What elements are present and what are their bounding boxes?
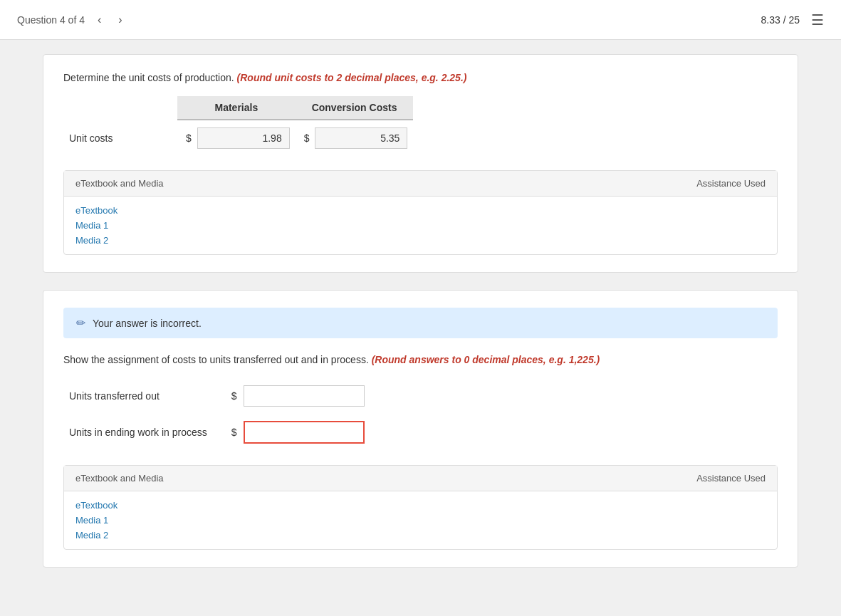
- conversion-header: Conversion Costs: [296, 96, 414, 120]
- unit-costs-label: Unit costs: [63, 120, 177, 156]
- next-button[interactable]: ›: [114, 12, 126, 28]
- media1-link-1[interactable]: Media 1: [75, 220, 766, 231]
- media2-link-1[interactable]: Media 2: [75, 235, 766, 246]
- assignment-card: ✏ Your answer is incorrect. Show the ass…: [43, 290, 798, 568]
- transferred-out-input[interactable]: [244, 385, 365, 407]
- unit-costs-row: Unit costs $ $: [63, 120, 413, 156]
- assistance-used-label-2: Assistance Used: [696, 473, 766, 484]
- assistance-used-label-1: Assistance Used: [696, 178, 766, 189]
- list-icon[interactable]: ☰: [811, 11, 824, 28]
- materials-dollar: $: [183, 132, 194, 144]
- media1-link-2[interactable]: Media 1: [75, 515, 766, 526]
- etextbook-section-1: eTextbook and Media Assistance Used eTex…: [63, 170, 778, 255]
- etextbook-label-2: eTextbook and Media: [75, 473, 164, 484]
- question-navigation: Question 4 of 4 ‹ ›: [17, 12, 127, 28]
- score-area: 8.33 / 25 ☰: [761, 11, 825, 28]
- incorrect-banner: ✏ Your answer is incorrect.: [63, 308, 778, 338]
- question-label: Question 4 of 4: [17, 14, 85, 26]
- unit-cost-instruction: Determine the unit costs of production. …: [63, 72, 778, 83]
- pencil-icon: ✏: [76, 316, 85, 330]
- media2-link-2[interactable]: Media 2: [75, 530, 766, 541]
- etextbook-section-2: eTextbook and Media Assistance Used eTex…: [63, 465, 778, 550]
- etextbook-link-2[interactable]: eTextbook: [75, 500, 766, 511]
- etextbook-link-1[interactable]: eTextbook: [75, 205, 766, 216]
- incorrect-message: Your answer is incorrect.: [93, 318, 202, 329]
- materials-input[interactable]: [197, 127, 290, 149]
- page-content: Determine the unit costs of production. …: [0, 40, 841, 599]
- unit-costs-card: Determine the unit costs of production. …: [43, 54, 798, 273]
- ending-wip-input[interactable]: [244, 421, 365, 444]
- transferred-out-label: Units transferred out: [63, 378, 221, 414]
- score-display: 8.33 / 25: [761, 14, 800, 26]
- prev-button[interactable]: ‹: [93, 12, 105, 28]
- conversion-input[interactable]: [315, 127, 407, 149]
- transferred-out-row: Units transferred out $: [63, 378, 370, 414]
- assignment-table: Units transferred out $ Units in ending …: [63, 378, 370, 451]
- etextbook-header-1: eTextbook and Media Assistance Used: [64, 171, 777, 197]
- materials-header: Materials: [177, 96, 296, 120]
- transferred-dollar: $: [227, 390, 241, 402]
- cost-table: Materials Conversion Costs Unit costs $ …: [63, 96, 413, 156]
- top-bar: Question 4 of 4 ‹ › 8.33 / 25 ☰: [0, 0, 841, 40]
- ending-wip-row: Units in ending work in process $: [63, 414, 370, 451]
- etextbook-body-1: eTextbook Media 1 Media 2: [64, 197, 777, 254]
- etextbook-label-1: eTextbook and Media: [75, 178, 164, 189]
- conversion-dollar: $: [301, 132, 313, 144]
- etextbook-header-2: eTextbook and Media Assistance Used: [64, 466, 777, 491]
- assignment-instruction: Show the assignment of costs to units tr…: [63, 354, 778, 365]
- etextbook-body-2: eTextbook Media 1 Media 2: [64, 491, 777, 549]
- ending-wip-label: Units in ending work in process: [63, 414, 221, 451]
- ending-wip-dollar: $: [227, 427, 241, 438]
